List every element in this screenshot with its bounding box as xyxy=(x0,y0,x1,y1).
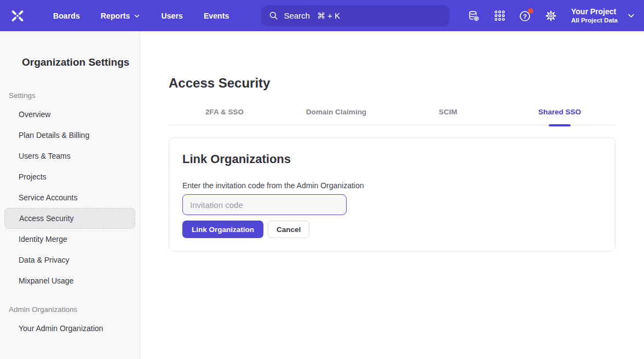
data-management-icon[interactable] xyxy=(467,9,481,23)
nav-item-reports[interactable]: Reports xyxy=(90,11,151,20)
link-organizations-card: Link Organizations Enter the invitation … xyxy=(169,137,616,252)
search-input[interactable]: Search ⌘ + K xyxy=(261,5,450,26)
sidebar-item-users-teams[interactable]: Users & Teams xyxy=(0,146,140,166)
cancel-button[interactable]: Cancel xyxy=(268,221,309,238)
invitation-code-label: Enter the invitation code from the Admin… xyxy=(182,181,602,190)
sidebar-item-mixpanel-usage[interactable]: Mixpanel Usage xyxy=(0,270,140,291)
nav-item-users[interactable]: Users xyxy=(151,11,193,20)
card-title: Link Organizations xyxy=(182,152,602,166)
apps-grid-icon[interactable] xyxy=(492,9,507,23)
top-navbar: Boards Reports Users Events Search ⌘ + K xyxy=(0,0,644,31)
mixpanel-logo[interactable] xyxy=(10,8,25,24)
sidebar-section-settings: Settings xyxy=(9,91,140,100)
sidebar-title: Organization Settings xyxy=(22,56,140,68)
admin-organization-items: Your Admin Organization xyxy=(0,318,140,339)
project-scope: All Project Data xyxy=(571,16,618,25)
settings-sidebar: Organization Settings Settings Overview … xyxy=(0,31,140,359)
nav-item-boards[interactable]: Boards xyxy=(43,11,90,20)
primary-nav: Boards Reports Users Events xyxy=(43,11,239,20)
sidebar-item-access-security[interactable]: Access Security xyxy=(4,208,135,229)
search-shortcut: ⌘ + K xyxy=(317,11,340,21)
sidebar-item-service-accounts[interactable]: Service Accounts xyxy=(0,187,140,208)
help-icon[interactable]: ? xyxy=(518,9,532,23)
sidebar-item-identity-merge[interactable]: Identity Merge xyxy=(0,229,140,250)
sidebar-item-data-privacy[interactable]: Data & Privacy xyxy=(0,250,140,270)
tab-shared-sso[interactable]: Shared SSO xyxy=(504,108,616,125)
main-content: Access Security 2FA & SSO Domain Claimin… xyxy=(140,31,644,359)
card-actions: Link Organization Cancel xyxy=(182,221,602,238)
project-texts: Your Project All Project Data xyxy=(571,7,618,25)
tab-2fa-sso[interactable]: 2FA & SSO xyxy=(169,108,280,125)
nav-item-label: Users xyxy=(161,11,182,20)
nav-item-label: Boards xyxy=(53,11,80,20)
chevron-down-icon xyxy=(134,13,140,19)
settings-gear-icon[interactable] xyxy=(544,9,558,23)
notification-badge xyxy=(528,8,533,14)
active-tab-underline xyxy=(549,124,571,126)
nav-item-label: Reports xyxy=(101,11,130,20)
access-security-tabs: 2FA & SSO Domain Claiming SCIM Shared SS… xyxy=(169,108,616,125)
invitation-code-input[interactable] xyxy=(182,194,347,215)
settings-items: Overview Plan Details & Billing Users & … xyxy=(0,104,140,291)
navbar-right-cluster: ? Your Projec xyxy=(455,7,635,25)
mixpanel-logo-icon xyxy=(10,9,25,23)
sidebar-item-projects[interactable]: Projects xyxy=(0,166,140,187)
sidebar-item-overview[interactable]: Overview xyxy=(0,104,140,125)
link-organization-button[interactable]: Link Organization xyxy=(182,221,263,238)
svg-text:?: ? xyxy=(523,13,527,19)
tab-scim[interactable]: SCIM xyxy=(392,108,504,125)
nav-item-label: Events xyxy=(204,11,229,20)
project-switcher[interactable]: Your Project All Project Data xyxy=(571,7,635,25)
sidebar-section-admin-organizations: Admin Organizations xyxy=(9,305,140,314)
sidebar-item-plan-details-billing[interactable]: Plan Details & Billing xyxy=(0,125,140,146)
nav-item-events[interactable]: Events xyxy=(193,11,240,20)
search-placeholder: Search xyxy=(284,11,310,20)
page-title: Access Security xyxy=(169,31,616,90)
tab-domain-claiming[interactable]: Domain Claiming xyxy=(280,108,392,125)
chevron-down-icon xyxy=(627,11,635,20)
sidebar-item-your-admin-organization[interactable]: Your Admin Organization xyxy=(0,318,140,339)
project-name: Your Project xyxy=(571,7,618,16)
search-icon xyxy=(268,10,279,21)
